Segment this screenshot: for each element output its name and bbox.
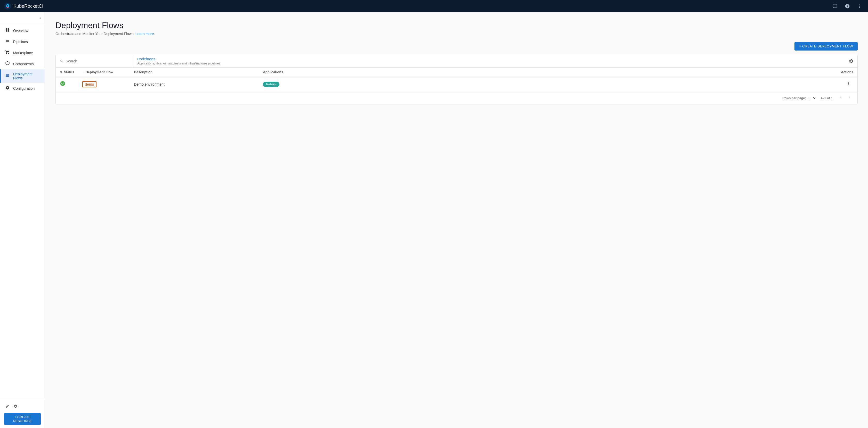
data-table: ⇅ Status ↓ Deployment Flow Description A…	[56, 68, 858, 92]
edit-icon-btn[interactable]	[4, 403, 10, 410]
table-body: demo Demo environment fast-api	[56, 77, 858, 92]
search-icon	[60, 59, 64, 63]
sidebar-nav: Overview Pipelines Marketplace Component…	[0, 23, 45, 400]
configuration-icon	[5, 85, 10, 91]
table-settings-btn[interactable]	[845, 55, 858, 67]
sidebar-item-deployment-flows-label: Deployment Flows	[13, 72, 41, 80]
next-page-btn[interactable]	[845, 95, 853, 102]
sidebar-item-components-label: Components	[13, 62, 34, 66]
topbar-actions	[831, 2, 864, 10]
row-description: Demo environment	[134, 82, 164, 86]
col-status[interactable]: ⇅ Status	[56, 68, 78, 77]
deployment-flow-sort-icon: ↓	[82, 71, 84, 74]
page-header: Deployment Flows Orchestrate and Monitor…	[56, 21, 858, 36]
sidebar-item-pipelines-label: Pipelines	[13, 40, 28, 44]
pagination-nav	[837, 95, 853, 102]
sidebar-item-pipelines[interactable]: Pipelines	[0, 36, 45, 47]
table-settings-icon	[849, 59, 854, 64]
app-badge[interactable]: fast-api	[263, 82, 279, 87]
sidebar-item-configuration-label: Configuration	[13, 86, 35, 91]
app-name: KubeRocketCI	[13, 4, 43, 9]
overview-icon	[5, 28, 10, 34]
rows-per-page-select[interactable]: 5 10 25	[807, 96, 816, 100]
create-deployment-flow-button[interactable]: + CREATE DEPLOYMENT FLOW	[795, 42, 858, 51]
sidebar: ‹ Overview Pipelines Marketplace	[0, 12, 45, 428]
info-icon	[845, 4, 850, 9]
col-description: Description	[130, 68, 259, 77]
learn-more-link[interactable]: Learn more.	[135, 32, 155, 36]
sidebar-collapse-btn[interactable]: ‹	[38, 14, 42, 21]
status-sort-icon: ⇅	[60, 71, 62, 74]
status-ok-icon	[60, 82, 66, 88]
chat-icon	[832, 4, 838, 9]
sidebar-item-overview-label: Overview	[13, 29, 28, 33]
rows-per-page: Rows per page: 5 10 25	[782, 96, 816, 100]
table-card: Codebases Applications, libraries, autot…	[56, 55, 858, 104]
table-row: demo Demo environment fast-api	[56, 77, 858, 92]
col-description-label: Description	[134, 70, 153, 74]
settings-icon	[13, 404, 18, 408]
col-actions-label: Actions	[841, 70, 853, 74]
codebases-sublabel: Applications, libraries, autotests and i…	[137, 62, 841, 65]
logo-icon	[4, 3, 11, 10]
svg-point-1	[7, 5, 8, 7]
pagination-bar: Rows per page: 5 10 25 1–1 of 1	[56, 92, 858, 104]
page-subtitle: Orchestrate and Monitor Your Deployment …	[56, 32, 858, 36]
row-applications-cell: fast-api	[259, 77, 832, 92]
pipelines-icon	[5, 39, 10, 44]
search-wrapper	[56, 55, 133, 67]
app-logo: KubeRocketCI	[4, 3, 43, 10]
col-deployment-flow-label: Deployment Flow	[85, 70, 113, 74]
table-header: ⇅ Status ↓ Deployment Flow Description A…	[56, 68, 858, 77]
main-content: Deployment Flows Orchestrate and Monitor…	[45, 12, 868, 428]
topbar: KubeRocketCI	[0, 0, 868, 12]
create-resource-button[interactable]: + CREATE RESOURCE	[4, 413, 41, 425]
sidebar-item-marketplace-label: Marketplace	[13, 51, 33, 55]
sidebar-item-components[interactable]: Components	[0, 58, 45, 69]
sidebar-item-deployment-flows[interactable]: Deployment Flows	[0, 69, 45, 83]
more-vert-icon	[857, 4, 862, 9]
sidebar-bottom: + CREATE RESOURCE	[0, 400, 45, 428]
rows-per-page-label: Rows per page:	[782, 96, 806, 100]
filter-codebases[interactable]: Codebases Applications, libraries, autot…	[133, 55, 845, 67]
sidebar-collapse-bar: ‹	[0, 12, 45, 23]
col-applications: Applications	[259, 68, 832, 77]
prev-page-icon	[838, 95, 843, 100]
page-subtitle-text: Orchestrate and Monitor Your Deployment …	[56, 32, 134, 36]
col-deployment-flow[interactable]: ↓ Deployment Flow	[78, 68, 130, 77]
more-vert-row-icon	[846, 81, 851, 86]
row-status-cell	[56, 77, 78, 92]
col-status-label: Status	[64, 70, 74, 74]
flow-name-link[interactable]: demo	[82, 81, 96, 88]
col-actions: Actions	[832, 68, 858, 77]
prev-page-btn[interactable]	[837, 95, 844, 102]
sidebar-item-configuration[interactable]: Configuration	[0, 83, 45, 94]
row-description-cell: Demo environment	[130, 77, 259, 92]
settings-icon-btn[interactable]	[12, 403, 19, 410]
deployment-flows-icon	[5, 73, 10, 79]
edit-icon	[5, 404, 9, 408]
col-applications-label: Applications	[263, 70, 283, 74]
chat-icon-btn[interactable]	[831, 2, 839, 10]
components-icon	[5, 61, 10, 67]
row-actions-menu-btn[interactable]	[844, 80, 853, 89]
page-toolbar: + CREATE DEPLOYMENT FLOW	[56, 42, 858, 51]
sidebar-item-marketplace[interactable]: Marketplace	[0, 47, 45, 58]
next-page-icon	[847, 95, 852, 100]
codebases-label: Codebases	[137, 57, 841, 61]
marketplace-icon	[5, 50, 10, 56]
page-title: Deployment Flows	[56, 21, 858, 30]
check-circle-icon	[60, 81, 66, 86]
info-icon-btn[interactable]	[843, 2, 851, 10]
main-layout: ‹ Overview Pipelines Marketplace	[0, 12, 868, 428]
sidebar-item-overview[interactable]: Overview	[0, 25, 45, 36]
row-name-cell: demo	[78, 77, 130, 92]
filter-bar: Codebases Applications, libraries, autot…	[56, 55, 858, 68]
sidebar-bottom-icons	[4, 403, 41, 410]
row-actions-cell	[832, 77, 858, 92]
more-icon-btn[interactable]	[856, 2, 864, 10]
pagination-info: 1–1 of 1	[820, 96, 833, 100]
search-input[interactable]	[66, 59, 129, 63]
